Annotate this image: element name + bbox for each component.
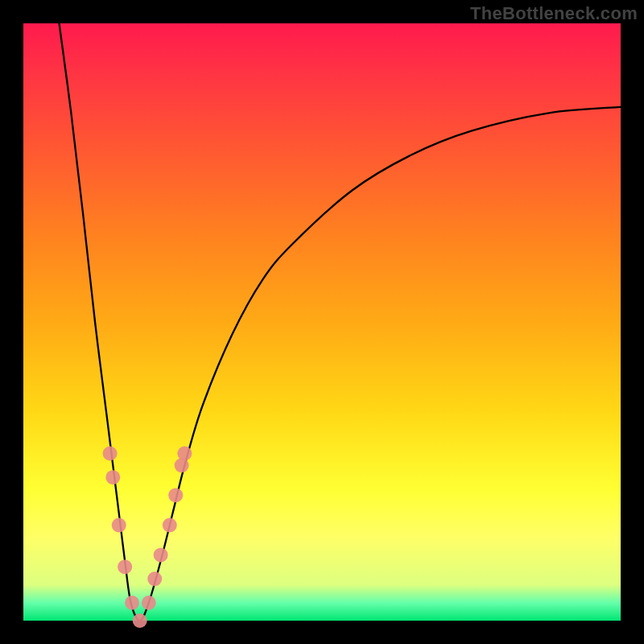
bottleneck-curve — [60, 23, 621, 621]
chart-canvas: TheBottleneck.com — [0, 0, 644, 644]
data-point — [163, 518, 177, 532]
plot-area — [23, 23, 621, 621]
data-point — [103, 446, 118, 460]
data-markers — [103, 446, 192, 628]
data-point — [118, 559, 132, 574]
data-point — [168, 488, 183, 502]
data-point — [142, 596, 156, 610]
data-point — [177, 446, 192, 460]
data-point — [154, 547, 168, 562]
data-point — [105, 470, 120, 485]
data-point — [133, 613, 147, 628]
curve-layer — [23, 23, 621, 621]
data-point — [147, 572, 162, 586]
data-point — [125, 596, 139, 610]
data-point — [112, 518, 126, 532]
watermark-text: TheBottleneck.com — [470, 3, 638, 24]
